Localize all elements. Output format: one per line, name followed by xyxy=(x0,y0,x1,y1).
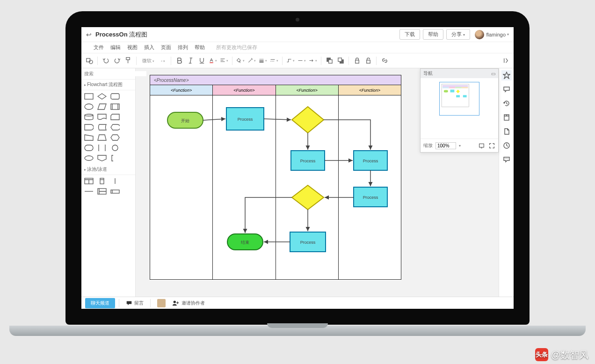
front-icon[interactable] xyxy=(325,57,334,65)
line-style-icon[interactable] xyxy=(270,57,278,65)
font-select[interactable]: 微软 xyxy=(140,58,156,64)
underline-icon[interactable] xyxy=(197,57,206,65)
format-painter-icon[interactable] xyxy=(124,57,132,65)
align-icon[interactable] xyxy=(220,57,228,65)
menu-page[interactable]: 页面 xyxy=(161,44,171,51)
lane-header-4[interactable]: <Function> xyxy=(339,85,401,95)
link-icon[interactable] xyxy=(380,57,389,65)
diagram-title[interactable]: <ProcessName> xyxy=(150,75,401,85)
chat-channel-button[interactable]: 聊天频道 xyxy=(85,298,115,308)
navigator-close-icon[interactable]: ▭ xyxy=(491,71,495,76)
shape-pool-h[interactable] xyxy=(97,188,107,195)
svg-rect-7 xyxy=(338,58,342,62)
shape-lane-h[interactable] xyxy=(110,188,120,195)
collaborator-avatar[interactable] xyxy=(157,299,166,307)
node-decision-1[interactable] xyxy=(292,107,324,133)
shape-database[interactable] xyxy=(84,114,94,120)
history-icon[interactable] xyxy=(501,98,512,109)
line-width-icon[interactable] xyxy=(259,57,267,65)
category-lane[interactable]: 泳池/泳道 xyxy=(81,164,135,175)
shape-parallelogram[interactable] xyxy=(97,103,107,110)
comments-icon[interactable] xyxy=(501,84,512,95)
navigator-icon[interactable] xyxy=(501,70,512,80)
shape-manual[interactable] xyxy=(84,134,94,141)
help-button[interactable]: 帮助 xyxy=(423,29,443,40)
svg-rect-8 xyxy=(356,60,359,64)
shape-sep-v[interactable] xyxy=(110,178,120,184)
menu-edit[interactable]: 编辑 xyxy=(110,44,121,51)
page-icon[interactable] xyxy=(501,126,512,137)
shape-roundrect[interactable] xyxy=(110,93,120,100)
fontsize-select[interactable]: - xyxy=(159,58,167,63)
navigator-thumbnail[interactable] xyxy=(421,78,498,139)
lane-header-2[interactable]: <Function> xyxy=(213,85,276,95)
shape-offpage[interactable] xyxy=(97,155,107,161)
shape-terminator[interactable] xyxy=(84,145,94,151)
save-status: 所有更改均已保存 xyxy=(216,44,257,51)
shapes-icon[interactable] xyxy=(85,57,94,65)
canvas[interactable]: <ProcessName> <Function> <Function> <Fun… xyxy=(136,68,514,297)
revision-icon[interactable] xyxy=(501,140,512,151)
category-flowchart[interactable]: Flowchart 流程图 xyxy=(81,80,135,90)
comment-button[interactable]: 留言 xyxy=(126,300,144,306)
shape-diamond[interactable] xyxy=(97,93,107,100)
shape-subprocess[interactable] xyxy=(110,103,120,110)
shape-sep-h[interactable] xyxy=(84,188,94,195)
line-color-icon[interactable] xyxy=(247,57,256,65)
shape-ellipse2[interactable] xyxy=(84,155,94,161)
shape-delay[interactable] xyxy=(84,124,94,131)
shape-hexagon[interactable] xyxy=(110,134,120,141)
shape-ellipse[interactable] xyxy=(84,103,94,110)
fit-screen-icon[interactable] xyxy=(478,142,485,149)
undo-icon[interactable] xyxy=(102,57,110,65)
invite-button[interactable]: 邀请协作者 xyxy=(172,300,205,306)
node-decision-2[interactable] xyxy=(292,185,324,210)
attachment-icon[interactable] xyxy=(501,112,512,123)
redo-icon[interactable] xyxy=(113,57,121,65)
flow-svg: 开始 Process Process Process xyxy=(150,95,401,280)
shape-stored[interactable] xyxy=(97,124,107,131)
menu-file[interactable]: 文件 xyxy=(94,44,104,51)
shape-lane-v[interactable] xyxy=(97,178,107,184)
lock-icon[interactable] xyxy=(353,57,361,65)
shape-card[interactable] xyxy=(110,114,120,120)
menu-view[interactable]: 视图 xyxy=(127,44,138,51)
user-menu[interactable]: flamingo▾ xyxy=(475,30,509,39)
back-icon[interactable] xyxy=(336,57,345,65)
bold-icon[interactable] xyxy=(175,57,183,65)
italic-icon[interactable] xyxy=(186,57,195,65)
arrow-end-icon[interactable] xyxy=(309,57,317,65)
shape-document[interactable] xyxy=(97,114,107,120)
share-button[interactable]: 分享▾ xyxy=(446,29,470,40)
download-button[interactable]: 下载 xyxy=(399,29,420,40)
navigator-panel[interactable]: 导航 ▭ xyxy=(420,68,499,153)
shape-display[interactable] xyxy=(110,124,120,131)
menu-help[interactable]: 帮助 xyxy=(195,44,205,51)
connector-icon[interactable] xyxy=(286,57,295,65)
menu-insert[interactable]: 插入 xyxy=(144,44,154,51)
fill-color-icon[interactable] xyxy=(236,57,245,65)
lane-header-3[interactable]: <Function> xyxy=(276,85,339,95)
fullscreen-icon[interactable] xyxy=(488,142,495,149)
shape-bracket[interactable] xyxy=(110,155,120,161)
menu-arrange[interactable]: 排列 xyxy=(178,44,188,51)
shape-pool-v[interactable] xyxy=(84,178,94,184)
header-bar: ↩ ProcessOn 流程图 下载 帮助 分享▾ flamingo▾ xyxy=(81,27,514,42)
shape-trap[interactable] xyxy=(97,134,107,141)
shape-rect[interactable] xyxy=(84,93,94,100)
svg-point-13 xyxy=(85,104,93,109)
zoom-label: 缩放 xyxy=(423,142,433,149)
right-icon-strip xyxy=(499,68,514,297)
font-color-icon[interactable] xyxy=(209,57,217,65)
chat-bubble-icon[interactable] xyxy=(501,154,512,165)
svg-rect-11 xyxy=(85,94,93,99)
zoom-input[interactable] xyxy=(435,142,456,149)
swimlane-diagram[interactable]: <ProcessName> <Function> <Function> <Fun… xyxy=(150,75,401,281)
collapse-right-icon[interactable] xyxy=(501,57,510,65)
shape-circle[interactable] xyxy=(110,145,120,151)
arrow-start-icon[interactable] xyxy=(298,57,306,65)
shape-cylinder[interactable] xyxy=(97,145,107,151)
unlock-icon[interactable] xyxy=(364,57,372,65)
lane-header-1[interactable]: <Function> xyxy=(150,85,213,95)
back-icon[interactable]: ↩ xyxy=(86,31,92,38)
